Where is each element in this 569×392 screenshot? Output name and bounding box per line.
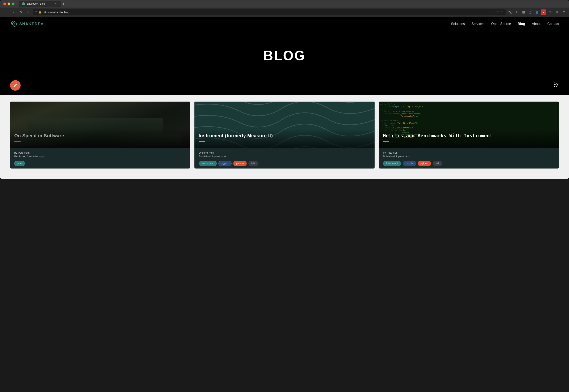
tag-talk-3[interactable]: talk (433, 161, 443, 166)
card-overlay-2: Instrument (formerly Measure It) (194, 129, 375, 148)
extension-red-icon[interactable]: ■ (541, 9, 546, 15)
card-date-1: Published 2 months ago (14, 155, 186, 158)
download-icon[interactable]: ⬇ (514, 9, 519, 15)
card-image-3: except KeyError: raise BadRequest("missi… (379, 102, 559, 148)
card-meta-2: by Pete Fein Published 3 years ago instr… (194, 148, 375, 168)
tag-python-3[interactable]: python (418, 161, 431, 166)
nav-links-list: Solutions Services Open Source Blog Abou… (451, 22, 559, 26)
card-title-2: Instrument (formerly Measure It) (199, 133, 370, 139)
nav-item-contact[interactable]: Contact (547, 22, 559, 26)
site-logo[interactable]: Snakedev (10, 20, 44, 28)
site-navigation: Snakedev Solutions Services Open Source … (0, 17, 569, 31)
website-content: Snakedev Solutions Services Open Source … (0, 17, 569, 179)
card-meta-1: by Pete Fein Published 2 months ago pde (10, 148, 190, 168)
browser-titlebar: Snakedev | Blog × + (0, 0, 569, 8)
nav-link-solutions[interactable]: Solutions (451, 22, 465, 26)
nav-link-contact[interactable]: Contact (547, 22, 559, 26)
card-divider-1 (14, 141, 21, 142)
card-image-1: On Speed in Software (10, 102, 190, 148)
blog-section: On Speed in Software by Pete Fein Publis… (0, 95, 569, 179)
card-title-3: Metrics and Benchmarks With Instrument (383, 133, 555, 139)
tab-favicon (22, 2, 25, 5)
bookmark-icon[interactable]: ♡ (496, 11, 499, 14)
tab-title: Snakedev | Blog (27, 2, 53, 5)
browser-window: Snakedev | Blog × + ← → ↻ ⌂ 🛡 🔒 https://… (0, 0, 569, 179)
tag-talk-2[interactable]: talk (248, 161, 258, 166)
maximize-window-button[interactable] (12, 2, 14, 5)
card-tags-1: pde (14, 161, 186, 166)
back-button[interactable]: ← (2, 9, 8, 15)
tab-bar: Snakedev | Blog × + (19, 1, 566, 7)
container-icon[interactable]: ⬚ (527, 9, 533, 15)
card-overlay-1: On Speed in Software (10, 129, 190, 148)
reload-button[interactable]: ↻ (18, 9, 24, 15)
card-image-2: Instrument (formerly Measure It) (194, 102, 375, 148)
card-divider-2 (199, 141, 205, 142)
nav-item-services[interactable]: Services (471, 22, 484, 26)
address-bar-actions: ··· ♡ ☆ (493, 11, 503, 14)
bookmarks-icon[interactable]: ⊟ (521, 9, 526, 15)
forward-button[interactable]: → (10, 9, 16, 15)
nav-item-opensource[interactable]: Open Source (491, 22, 511, 26)
blog-card-2[interactable]: Instrument (formerly Measure It) by Pete… (194, 102, 375, 168)
nav-link-about[interactable]: About (532, 22, 541, 26)
star-icon[interactable]: ☆ (500, 11, 503, 14)
pen-icon (13, 83, 18, 88)
logo-text-rest: nakedev (22, 22, 44, 26)
card-overlay-3: Metrics and Benchmarks With Instrument (379, 129, 559, 148)
traffic-lights (3, 2, 14, 5)
extension-dark-icon[interactable]: ▽ (548, 9, 553, 15)
rss-button[interactable] (553, 82, 559, 89)
nav-item-solutions[interactable]: Solutions (451, 22, 465, 26)
card-title-1: On Speed in Software (14, 133, 186, 139)
url-display: https://snake.dev/blog (43, 11, 492, 14)
security-icon: 🛡 🔒 (35, 11, 42, 14)
blog-grid: On Speed in Software by Pete Fein Publis… (10, 102, 559, 168)
nav-link-opensource[interactable]: Open Source (491, 22, 511, 26)
card-date-2: Published 3 years ago (199, 155, 370, 158)
tag-python-2[interactable]: python (233, 161, 247, 166)
active-tab[interactable]: Snakedev | Blog × (19, 1, 61, 7)
card-author-3: by Pete Fein (383, 151, 555, 154)
card-author-1: by Pete Fein (14, 151, 186, 154)
close-window-button[interactable] (3, 2, 6, 5)
rss-icon (553, 82, 559, 88)
minimize-window-button[interactable] (8, 2, 10, 5)
nav-item-about[interactable]: About (532, 22, 541, 26)
nav-link-blog[interactable]: Blog (518, 22, 525, 26)
new-tab-button[interactable]: + (61, 2, 66, 6)
tag-instrument-2[interactable]: instrument (199, 161, 217, 166)
page-title: BLOG (10, 48, 559, 63)
card-date-3: Published 3 years ago (383, 155, 555, 158)
nav-link-services[interactable]: Services (471, 22, 484, 26)
tag-pypgh-3[interactable]: pypgh (403, 161, 416, 166)
nav-item-blog[interactable]: Blog (518, 22, 525, 26)
tag-pypgh-2[interactable]: pypgh (218, 161, 232, 166)
logo-text: Snakedev (19, 22, 44, 26)
hero-actions (0, 76, 569, 95)
address-bar[interactable]: 🛡 🔒 https://snake.dev/blog ··· ♡ ☆ (33, 9, 506, 15)
compose-button[interactable] (10, 80, 21, 91)
svg-point-0 (554, 86, 555, 87)
account-icon[interactable]: 👤 (534, 9, 540, 15)
address-more-icon[interactable]: ··· (493, 11, 495, 14)
logo-svg (10, 20, 18, 28)
card-author-2: by Pete Fein (199, 151, 370, 154)
hero-section: BLOG (0, 31, 569, 76)
tag-pde[interactable]: pde (14, 161, 25, 166)
tab-close-button[interactable]: × (54, 2, 57, 5)
card-divider-3 (383, 141, 389, 142)
blog-card-3[interactable]: except KeyError: raise BadRequest("missi… (379, 102, 559, 168)
tools-icon[interactable]: 🔧 (507, 9, 513, 15)
menu-icon[interactable]: ☰ (561, 9, 567, 15)
blog-card-1[interactable]: On Speed in Software by Pete Fein Publis… (10, 102, 190, 168)
home-button[interactable]: ⌂ (25, 9, 31, 15)
logo-letter-s: S (19, 22, 22, 26)
browser-toolbar: ← → ↻ ⌂ 🛡 🔒 https://snake.dev/blog ··· ♡… (0, 8, 569, 17)
tag-instrument-3[interactable]: instrument (383, 161, 401, 166)
grid-icon[interactable]: ⊞ (554, 9, 560, 15)
toolbar-right: 🔧 ⬇ ⊟ ⬚ 👤 ■ ▽ ⊞ ☰ (507, 9, 567, 15)
card-meta-3: by Pete Fein Published 3 years ago instr… (379, 148, 559, 168)
card-tags-3: instrument pypgh python talk (383, 161, 555, 166)
card-tags-2: instrument pypgh python talk (199, 161, 370, 166)
